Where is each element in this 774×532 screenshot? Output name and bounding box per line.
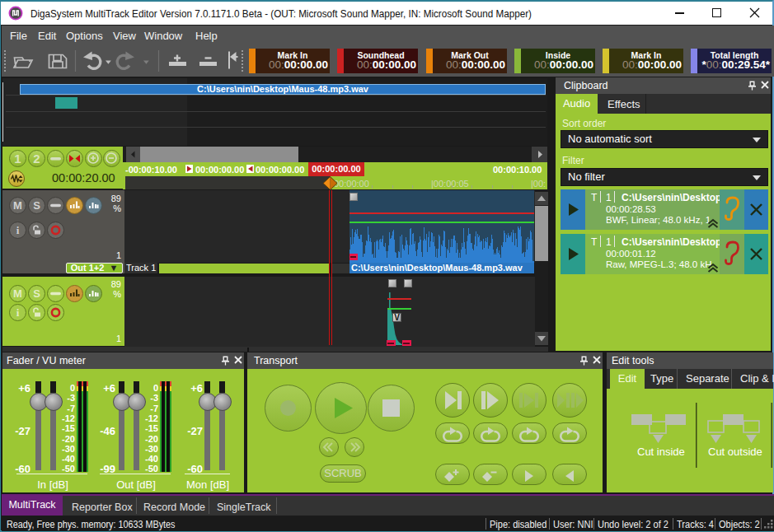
svg-text:i: i bbox=[16, 306, 20, 319]
svg-text:i: i bbox=[16, 224, 20, 236]
svg-text:M: M bbox=[13, 199, 22, 212]
svg-text:1: 1 bbox=[14, 152, 21, 166]
svg-text:S: S bbox=[33, 199, 40, 212]
svg-text:2: 2 bbox=[33, 152, 40, 166]
svg-text:M: M bbox=[13, 287, 22, 300]
svg-text:S: S bbox=[33, 287, 40, 300]
